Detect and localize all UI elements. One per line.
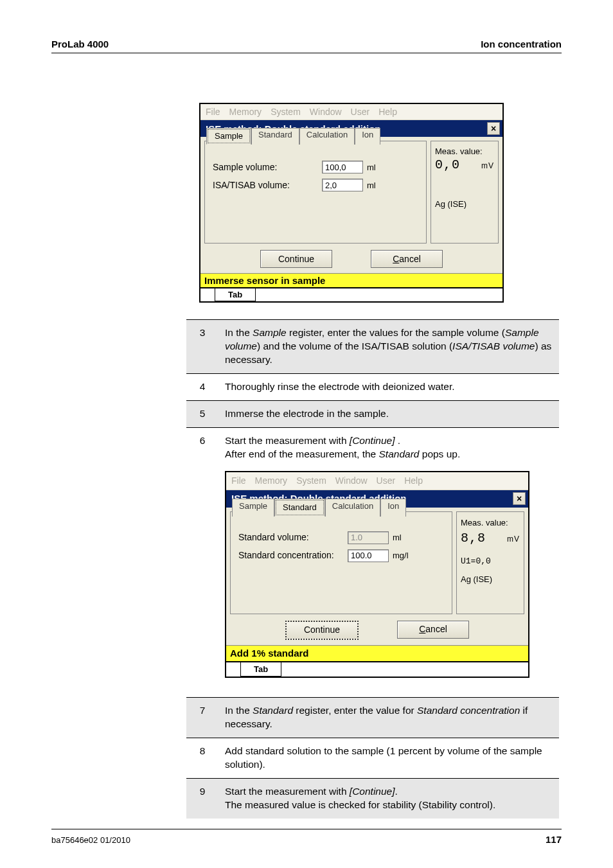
meas-value: 0,0 bbox=[435, 157, 460, 172]
steps-table-a: 3 In the Sample register, enter the valu… bbox=[186, 319, 559, 684]
meas-panel-2: Meas. value: 8,8 mV U1=0,0 Ag (ISE) bbox=[456, 511, 524, 614]
close-icon[interactable]: × bbox=[487, 122, 500, 135]
tab-standard-2[interactable]: Standard bbox=[276, 500, 324, 516]
tab-panel-standard: Sample Standard Calculation Ion Standard… bbox=[230, 511, 452, 614]
ag-ise: Ag (ISE) bbox=[435, 199, 494, 209]
sample-volume-input[interactable] bbox=[322, 161, 363, 173]
sample-volume-label: Sample volume: bbox=[213, 162, 322, 172]
std-volume-input bbox=[348, 531, 389, 544]
std-conc-unit: mg/l bbox=[393, 550, 409, 562]
status-bar-2: Add 1% standard bbox=[226, 645, 528, 661]
step-9: Start the measurement with [Continue].Th… bbox=[218, 779, 559, 819]
meas-panel: Meas. value: 0,0 mV Ag (ISE) bbox=[431, 141, 499, 244]
cancel-button[interactable]: Cancel bbox=[371, 250, 443, 268]
footer-left: ba75646e02 01/2010 bbox=[51, 835, 130, 845]
doc-header-right: Ion concentration bbox=[481, 39, 562, 49]
menu-file-2[interactable]: File bbox=[231, 475, 246, 487]
step-num-6: 6 bbox=[186, 427, 218, 684]
cancel-button-2[interactable]: Cancel bbox=[397, 621, 469, 639]
step-num-7: 7 bbox=[186, 698, 218, 738]
header-rule bbox=[51, 53, 562, 53]
meas-unit: mV bbox=[481, 161, 494, 170]
menubar-2: File Memory System Window User Help bbox=[226, 472, 528, 490]
meas-label-2: Meas. value: bbox=[461, 517, 520, 529]
menu-window-2[interactable]: Window bbox=[335, 475, 368, 487]
isa-volume-input[interactable] bbox=[322, 179, 363, 191]
tab-calculation-2[interactable]: Calculation bbox=[325, 499, 380, 517]
sample-volume-unit: ml bbox=[367, 163, 376, 172]
meas-unit-2: mV bbox=[507, 534, 520, 544]
doc-header-left: ProLab 4000 bbox=[51, 39, 109, 49]
step-6: Start the measurement with [Continue] . … bbox=[218, 427, 559, 684]
tab-standard[interactable]: Standard bbox=[251, 128, 299, 145]
step-num-9: 9 bbox=[186, 779, 218, 819]
std-volume-unit: ml bbox=[393, 532, 402, 544]
meas-value-2: 8,8 bbox=[461, 529, 486, 547]
u1-value: U1=0,0 bbox=[461, 556, 520, 567]
meas-label: Meas. value: bbox=[435, 146, 494, 156]
menu-help-2[interactable]: Help bbox=[404, 475, 423, 487]
tab-sample[interactable]: Sample bbox=[208, 129, 250, 143]
menu-memory[interactable]: Memory bbox=[229, 107, 262, 117]
steps-table-b: 7 In the Standard register, enter the va… bbox=[186, 697, 559, 819]
step-num-4: 4 bbox=[186, 373, 218, 400]
menubar: File Memory System Window User Help bbox=[200, 104, 502, 120]
std-volume-label: Standard volume: bbox=[238, 531, 348, 544]
step-7: In the Standard register, enter the valu… bbox=[218, 698, 559, 738]
step-5: Immerse the electrode in the sample. bbox=[218, 400, 559, 427]
step-3: In the Sample register, enter the values… bbox=[218, 320, 559, 374]
app-window-1: File Memory System Window User Help ISE … bbox=[199, 103, 504, 303]
menu-system[interactable]: System bbox=[271, 107, 301, 117]
step-num-8: 8 bbox=[186, 738, 218, 779]
std-conc-label: Standard concentration: bbox=[238, 549, 348, 562]
tab-calculation[interactable]: Calculation bbox=[299, 128, 355, 145]
close-icon-2[interactable]: × bbox=[513, 492, 526, 505]
tab-panel-sample: Sample Standard Calculation Ion Sample v… bbox=[204, 141, 427, 244]
ag-ise-2: Ag (ISE) bbox=[461, 574, 520, 585]
menu-help[interactable]: Help bbox=[378, 107, 397, 117]
tab-sample-2[interactable]: Sample bbox=[232, 499, 274, 517]
isa-volume-unit: ml bbox=[367, 181, 376, 190]
step-num-5: 5 bbox=[186, 400, 218, 427]
outer-tab-2[interactable]: Tab bbox=[240, 662, 281, 677]
outer-tab[interactable]: Tab bbox=[215, 288, 256, 301]
menu-user-2[interactable]: User bbox=[377, 475, 396, 487]
app-window-2: File Memory System Window User Help ISE … bbox=[225, 471, 529, 678]
menu-system-2[interactable]: System bbox=[296, 475, 326, 487]
continue-button-2[interactable]: Continue bbox=[285, 621, 359, 640]
step-num-3: 3 bbox=[186, 320, 218, 374]
page-number: 117 bbox=[546, 834, 562, 845]
step-8: Add standard solution to the sample (1 p… bbox=[218, 738, 559, 779]
footer-rule bbox=[51, 829, 562, 829]
menu-memory-2[interactable]: Memory bbox=[255, 475, 288, 487]
std-conc-input[interactable] bbox=[348, 549, 389, 562]
continue-button[interactable]: Continue bbox=[260, 250, 332, 268]
isa-volume-label: ISA/TISAB volume: bbox=[213, 180, 322, 190]
status-bar: Immerse sensor in sample bbox=[200, 273, 502, 287]
tab-ion[interactable]: Ion bbox=[355, 128, 380, 145]
menu-file[interactable]: File bbox=[206, 107, 220, 117]
tab-ion-2[interactable]: Ion bbox=[380, 499, 406, 517]
menu-window[interactable]: Window bbox=[310, 107, 342, 117]
step-4: Thoroughly rinse the electrode with deio… bbox=[218, 373, 559, 400]
menu-user[interactable]: User bbox=[351, 107, 370, 117]
outer-tabstrip: Tab bbox=[200, 287, 502, 301]
